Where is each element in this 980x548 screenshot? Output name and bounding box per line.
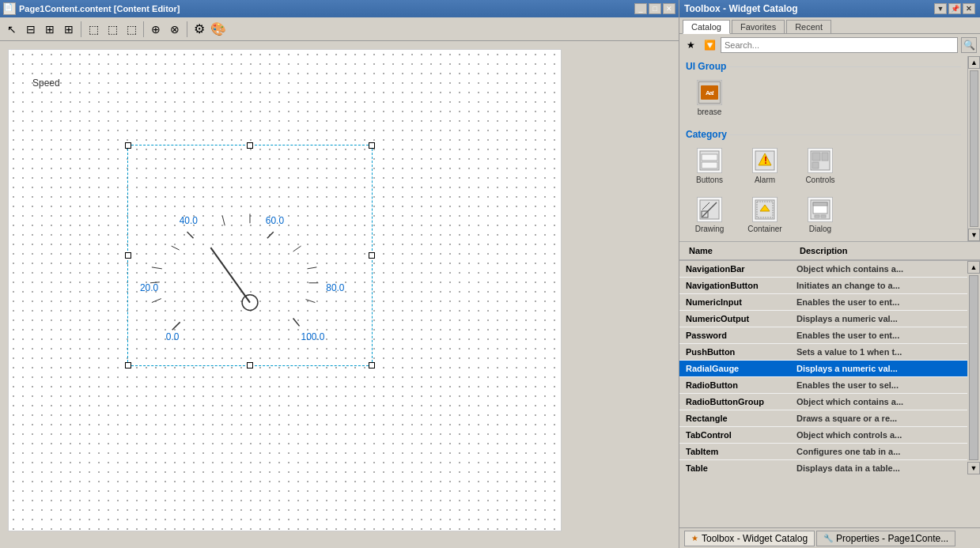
- brease-widget-label: brease: [698, 108, 722, 116]
- svg-rect-31: [812, 162, 819, 168]
- list-row-name: Rectangle: [683, 412, 793, 425]
- insert-tool[interactable]: ⬚: [85, 21, 102, 38]
- align-tool-1[interactable]: ⊟: [22, 21, 40, 38]
- close-button[interactable]: ✕: [663, 3, 675, 14]
- section-line-1: [729, 66, 961, 67]
- dialog-icon: [808, 197, 833, 222]
- col-name-header: Name: [686, 244, 796, 257]
- list-row[interactable]: PushButtonSets a value to 1 when t...: [679, 344, 967, 361]
- category-controls[interactable]: Controls: [796, 148, 844, 184]
- content-editor: 📄 Page1Content.content [Content Editor] …: [0, 0, 679, 548]
- tab-favorites[interactable]: Favorites: [732, 20, 785, 33]
- buttons-label: Buttons: [696, 176, 723, 184]
- svg-rect-42: [821, 215, 826, 217]
- scroll-up-btn[interactable]: ▲: [968, 56, 980, 69]
- search-star-icon[interactable]: ★: [683, 37, 698, 53]
- toolbox-arrow-down[interactable]: ▼: [934, 3, 947, 14]
- tab-recent[interactable]: Recent: [786, 20, 831, 33]
- list-row[interactable]: RadioButtonGroupObject which contains a.…: [679, 394, 967, 410]
- list-row-name: NavigationBar: [683, 263, 793, 275]
- svg-line-21: [210, 248, 250, 303]
- toolbar-sep-2: [143, 21, 144, 37]
- controls-label: Controls: [805, 176, 834, 184]
- bottom-tab-properties[interactable]: 🔧 Properties - Page1Conte...: [816, 531, 955, 546]
- svg-text:40.0: 40.0: [180, 215, 199, 226]
- svg-line-11: [187, 232, 194, 238]
- toolbox-pin[interactable]: 📌: [948, 3, 961, 14]
- toolbar-sep-1: [81, 21, 81, 37]
- list-header-row: Name Description: [679, 241, 980, 260]
- brease-widget-item[interactable]: Aa! brease: [686, 80, 733, 116]
- tab-catalog[interactable]: Catalog: [683, 20, 730, 34]
- category-title: Category: [686, 129, 961, 140]
- editor-toolbar: ↖ ⊟ ⊞ ⊞ ⬚ ⬚ ⬚ ⊕ ⊗ ⚙ 🎨: [0, 17, 679, 41]
- category-items-2: Drawing: [686, 194, 961, 236]
- color-tool[interactable]: 🎨: [210, 21, 227, 38]
- svg-line-10: [172, 246, 180, 250]
- search-bar: ★ 🔽 🔍: [679, 34, 980, 56]
- list-row[interactable]: NumericOutputDisplays a numeric val...: [679, 311, 967, 327]
- dialog-label: Dialog: [809, 225, 831, 233]
- category-alarm[interactable]: ! Alarm: [741, 148, 789, 184]
- list-row[interactable]: TableDisplays data in a table...: [679, 460, 967, 474]
- category-buttons[interactable]: Buttons: [686, 148, 733, 184]
- align-tool-2[interactable]: ⊞: [41, 21, 59, 38]
- toolbox-close[interactable]: ✕: [963, 3, 975, 14]
- ungroup-tool[interactable]: ⊗: [166, 21, 184, 38]
- category-items: Buttons !: [686, 145, 961, 187]
- minimize-button[interactable]: _: [634, 3, 647, 14]
- list-row-desc: Enables the user to ent...: [793, 329, 964, 342]
- group-tool[interactable]: ⊕: [147, 21, 165, 38]
- list-row[interactable]: RadioButtonEnables the user to sel...: [679, 377, 967, 394]
- list-row-name: NumericInput: [683, 296, 793, 308]
- list-row-name: PushButton: [683, 346, 793, 358]
- list-row[interactable]: NavigationBarObject which contains a...: [679, 261, 967, 278]
- list-row-desc: Displays data in a table...: [793, 462, 964, 474]
- svg-text:0.0: 0.0: [166, 331, 180, 342]
- list-row-name: RadioButtonGroup: [683, 395, 793, 408]
- category-drawing[interactable]: Drawing: [686, 197, 733, 233]
- canvas[interactable]: Speed: [8, 49, 562, 531]
- bottom-tab-toolbox[interactable]: ★ Toolbox - Widget Catalog: [684, 531, 815, 546]
- list-scroll-up[interactable]: ▲: [967, 261, 980, 274]
- list-row-desc: Initiates an change to a...: [793, 279, 964, 292]
- list-scroll-down[interactable]: ▼: [967, 462, 980, 474]
- svg-text:60.0: 60.0: [266, 215, 285, 226]
- toolbox-tab-icon: ★: [691, 534, 698, 542]
- buttons-icon: [697, 148, 722, 173]
- scroll-down-btn[interactable]: ▼: [968, 229, 980, 241]
- list-row[interactable]: TabControlObject which controls a...: [679, 427, 967, 444]
- paste-tool[interactable]: ⬚: [123, 21, 140, 38]
- list-scroll-thumb[interactable]: [969, 275, 978, 460]
- svg-line-15: [293, 246, 301, 251]
- maximize-button[interactable]: □: [649, 3, 661, 14]
- search-filter-icon[interactable]: 🔽: [702, 37, 717, 53]
- catalog-scrollbar-v[interactable]: ▲ ▼: [967, 56, 980, 241]
- copy-tool[interactable]: ⬚: [104, 21, 121, 38]
- list-row-name: RadioButton: [683, 379, 793, 391]
- svg-line-12: [222, 216, 225, 225]
- list-row[interactable]: PasswordEnables the user to ent...: [679, 327, 967, 344]
- gauge-widget[interactable]: 0.0 20.0 40.0 60.0 80.0 100.0: [127, 145, 373, 366]
- scroll-thumb[interactable]: [970, 70, 978, 227]
- search-input[interactable]: [721, 37, 958, 53]
- svg-text:20.0: 20.0: [140, 282, 159, 293]
- search-button[interactable]: 🔍: [961, 37, 977, 53]
- toolbox-title-bar: Toolbox - Widget Catalog ▼ 📌 ✕: [679, 0, 980, 17]
- align-tool-3[interactable]: ⊞: [60, 21, 78, 38]
- select-tool[interactable]: ↖: [3, 21, 21, 38]
- list-row-desc: Object which controls a...: [793, 429, 964, 441]
- list-scrollbar-v[interactable]: ▲ ▼: [967, 261, 980, 474]
- list-row[interactable]: TabItemConfigures one tab in a...: [679, 444, 967, 460]
- list-row[interactable]: RectangleDraws a square or a re...: [679, 410, 967, 427]
- list-row[interactable]: NumericInputEnables the user to ent...: [679, 294, 967, 311]
- svg-line-6: [172, 322, 180, 330]
- gauge-svg: 0.0 20.0 40.0 60.0 80.0 100.0: [128, 146, 372, 365]
- widget-list-section: Name Description NavigationBarObject whi…: [679, 241, 980, 474]
- category-container[interactable]: Container: [741, 197, 789, 233]
- category-dialog[interactable]: Dialog: [796, 197, 844, 233]
- settings-tool[interactable]: ⚙: [191, 21, 208, 38]
- list-row[interactable]: RadialGaugeDisplays a numeric val...: [679, 361, 967, 377]
- list-row[interactable]: NavigationButtonInitiates an change to a…: [679, 278, 967, 294]
- canvas-area: Speed: [0, 41, 679, 548]
